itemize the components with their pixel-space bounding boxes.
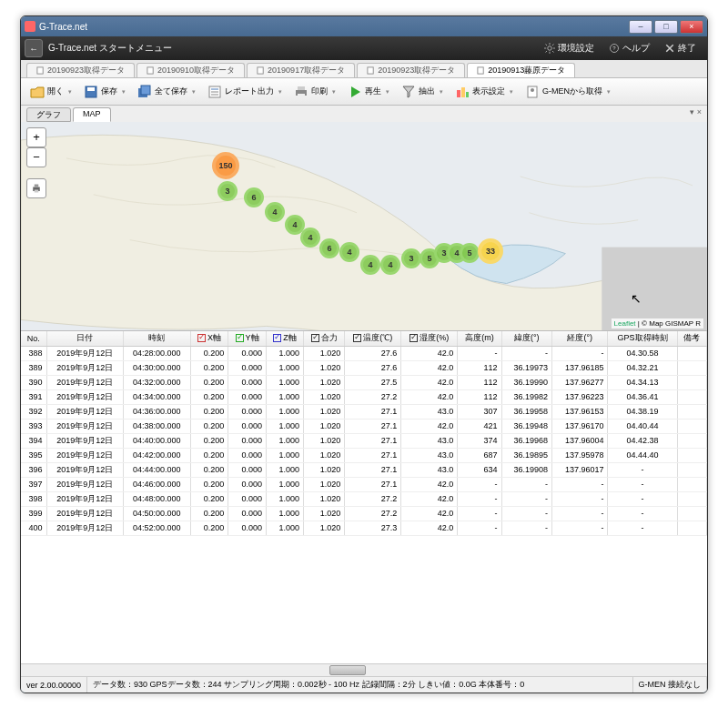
map-print-button[interactable] — [26, 178, 46, 198]
saveall-icon — [137, 85, 152, 99]
map-cluster[interactable]: 4 — [265, 202, 285, 222]
data-table[interactable]: No.日付時刻X軸Y軸Z軸合力温度(℃)湿度(%)高度(m)緯度(°)経度(°)… — [21, 331, 707, 663]
map-cluster[interactable]: 33 — [478, 238, 503, 264]
maximize-button[interactable]: □ — [654, 20, 678, 34]
table-row[interactable]: 3992019年9月12日04:50:00.0000.2000.0001.000… — [21, 506, 707, 521]
table-row[interactable]: 3912019年9月12日04:34:00.0000.2000.0001.000… — [21, 389, 707, 404]
file-tab-4[interactable]: 20190913藤原データ — [467, 63, 575, 77]
exit-button[interactable]: 終了 — [657, 36, 703, 60]
report-button[interactable]: レポート出力▾ — [202, 82, 288, 102]
print-button[interactable]: 印刷▾ — [288, 82, 341, 102]
tab-map[interactable]: MAP — [73, 107, 111, 122]
table-row[interactable]: 3942019年9月12日04:40:00.0000.2000.0001.000… — [21, 433, 707, 448]
file-tab-0[interactable]: 20190923取得データ — [26, 63, 135, 77]
col-header[interactable]: 経度(°) — [552, 331, 608, 346]
map-cluster[interactable]: 4 — [380, 255, 400, 275]
display-button[interactable]: 表示設定▾ — [450, 82, 519, 102]
help-button[interactable]: ?ヘルプ — [602, 36, 657, 60]
svg-rect-6 — [368, 67, 373, 74]
zoom-out-button[interactable]: − — [26, 147, 46, 167]
col-header[interactable]: Z軸 — [266, 331, 303, 346]
col-header[interactable]: 時刻 — [124, 331, 190, 346]
col-header[interactable]: X軸 — [190, 331, 228, 346]
map-cluster[interactable]: 6 — [244, 187, 264, 207]
table-row[interactable]: 3972019年9月12日04:46:00.0000.2000.0001.000… — [21, 477, 707, 491]
col-header[interactable]: 合力 — [304, 331, 345, 346]
table-row[interactable]: 3982019年9月12日04:48:00.0000.2000.0001.000… — [21, 491, 707, 506]
col-header[interactable]: 緯度(°) — [501, 331, 551, 346]
table-row[interactable]: 3922019年9月12日04:36:00.0000.2000.0001.000… — [21, 404, 707, 419]
status-version: ver 2.00.00000 — [21, 677, 87, 693]
scroll-thumb[interactable] — [329, 665, 366, 675]
svg-rect-9 — [87, 87, 95, 91]
file-tab-1[interactable]: 20190910取得データ — [136, 63, 245, 77]
table-row[interactable]: 3962019年9月12日04:44:00.0000.2000.0001.000… — [21, 462, 707, 477]
axis-checkbox[interactable] — [410, 334, 418, 342]
svg-rect-17 — [298, 86, 305, 90]
col-header[interactable]: 備考 — [677, 331, 706, 346]
table-row[interactable]: 4002019年9月12日04:52:00.0000.2000.0001.000… — [21, 521, 707, 535]
help-icon: ? — [609, 43, 620, 54]
map-cluster[interactable]: 3 — [217, 181, 238, 201]
back-button[interactable]: ← — [25, 39, 43, 57]
document-icon — [477, 66, 485, 75]
col-header[interactable]: No. — [21, 331, 46, 346]
open-icon — [30, 85, 45, 99]
col-header[interactable]: 高度(m) — [458, 331, 501, 346]
axis-checkbox[interactable] — [236, 334, 244, 342]
map-cluster[interactable]: 150 — [212, 152, 239, 179]
table-row[interactable]: 3932019年9月12日04:38:00.0000.2000.0001.000… — [21, 419, 707, 433]
axis-checkbox[interactable] — [273, 334, 281, 342]
settings-button[interactable]: 環境設定 — [537, 36, 602, 60]
chevron-down-icon: ▾ — [607, 88, 611, 96]
table-row[interactable]: 3892019年9月12日04:30:00.0000.2000.0001.000… — [21, 360, 707, 375]
col-header[interactable]: 日付 — [46, 331, 124, 346]
table-row[interactable]: 3902019年9月12日04:32:00.0000.2000.0001.000… — [21, 375, 707, 389]
map-cluster[interactable]: 4 — [339, 242, 359, 262]
zoom-in-button[interactable]: + — [26, 127, 46, 147]
save-button[interactable]: 保存▾ — [78, 82, 131, 102]
svg-point-23 — [531, 88, 534, 92]
chevron-down-icon: ▾ — [440, 88, 443, 96]
horizontal-scrollbar[interactable] — [21, 663, 707, 676]
axis-checkbox[interactable] — [311, 334, 319, 342]
map-cluster[interactable]: 6 — [319, 238, 339, 258]
minimize-button[interactable]: – — [629, 20, 652, 34]
table-row[interactable]: 3882019年9月12日04:28:00.0000.2000.0001.000… — [21, 346, 707, 360]
play-button[interactable]: 再生▾ — [342, 82, 395, 102]
svg-rect-28 — [35, 190, 39, 193]
file-tab-3[interactable]: 20190923取得データ — [357, 63, 465, 77]
menubar: ← G-Trace.net スタートメニュー 環境設定 ?ヘルプ 終了 — [21, 36, 707, 60]
chevron-down-icon: ▾ — [510, 88, 513, 96]
svg-rect-19 — [457, 90, 460, 97]
tab-graph[interactable]: グラフ — [26, 107, 71, 122]
status-info: データ数：930 GPSデータ数：244 サンプリング周期：0.002秒 - 1… — [87, 677, 632, 693]
svg-rect-18 — [298, 94, 305, 97]
map-cluster[interactable]: 5 — [460, 243, 480, 263]
saveall-button[interactable]: 全て保存▾ — [132, 82, 201, 102]
start-menu-label[interactable]: G-Trace.net スタートメニュー — [48, 42, 172, 55]
axis-checkbox[interactable] — [197, 334, 206, 342]
axis-checkbox[interactable] — [353, 334, 361, 342]
gmen-button[interactable]: G-MENから取得▾ — [520, 82, 616, 102]
report-icon — [207, 85, 222, 99]
open-button[interactable]: 開く▾ — [25, 82, 77, 102]
app-icon — [25, 21, 35, 32]
view-options[interactable]: ▾ × — [690, 107, 702, 116]
close-button[interactable]: × — [680, 20, 703, 34]
col-header[interactable]: Y軸 — [228, 331, 267, 346]
col-header[interactable]: 温度(℃) — [345, 331, 401, 346]
map-cluster[interactable]: 4 — [300, 228, 320, 248]
map-cluster[interactable]: 3 — [401, 248, 421, 268]
map-panel[interactable]: + − 1503644464443534533 Leaflet | © Map … — [21, 122, 707, 331]
map-cluster[interactable]: 4 — [360, 255, 380, 275]
titlebar[interactable]: G-Trace.net – □ × — [21, 16, 707, 36]
table-row[interactable]: 3952019年9月12日04:42:00.0000.2000.0001.000… — [21, 448, 707, 462]
leaflet-link[interactable]: Leaflet — [614, 319, 636, 328]
map-attribution: Leaflet | © Map GISMAP R — [612, 318, 703, 329]
col-header[interactable]: GPS取得時刻 — [608, 331, 677, 346]
svg-rect-5 — [258, 67, 263, 74]
file-tab-2[interactable]: 20190917取得データ — [247, 63, 355, 77]
extract-button[interactable]: 抽出▾ — [396, 82, 449, 102]
col-header[interactable]: 湿度(%) — [401, 331, 458, 346]
